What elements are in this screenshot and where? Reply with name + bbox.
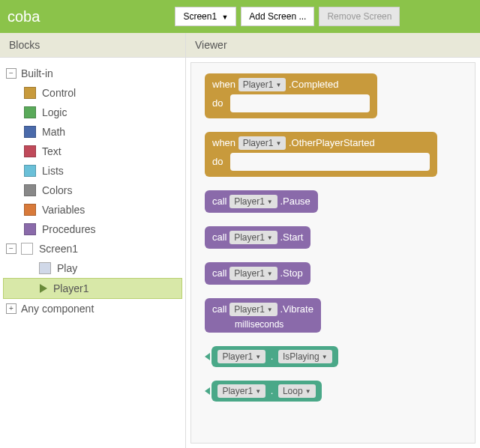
swatch-icon bbox=[24, 165, 36, 177]
blocks-panel: Blocks − Built-in Control Logic Math Tex… bbox=[0, 33, 186, 448]
swatch-icon bbox=[24, 184, 36, 196]
caret-down-icon: ▼ bbox=[267, 306, 273, 313]
swatch-icon bbox=[24, 223, 36, 235]
component-player1[interactable]: Player1 bbox=[3, 278, 182, 299]
collapse-icon[interactable]: − bbox=[6, 243, 16, 254]
caret-down-icon: ▼ bbox=[267, 199, 273, 205]
caret-down-icon: ▼ bbox=[255, 388, 261, 395]
category-text[interactable]: Text bbox=[3, 142, 182, 161]
blocks-workspace[interactable]: when Player1▼ .Completed do when Player1… bbox=[190, 62, 476, 444]
do-slot[interactable] bbox=[230, 94, 370, 112]
header-bar: coba Screen1 ▼ Add Screen ... Remove Scr… bbox=[0, 0, 480, 33]
caret-down-icon: ▼ bbox=[305, 388, 311, 395]
expand-icon[interactable]: + bbox=[6, 303, 16, 314]
caret-down-icon: ▼ bbox=[275, 140, 281, 147]
category-math[interactable]: Math bbox=[3, 122, 182, 142]
add-screen-button[interactable]: Add Screen ... bbox=[241, 7, 314, 26]
arg-label: milliseconds bbox=[235, 319, 284, 330]
target-dropdown[interactable]: Player1▼ bbox=[230, 231, 278, 244]
caret-down-icon: ▼ bbox=[267, 234, 273, 241]
play-icon bbox=[40, 284, 47, 293]
caret-down-icon: ▼ bbox=[275, 82, 281, 88]
swatch-icon bbox=[24, 145, 36, 157]
call-block-vibrate[interactable]: call Player1▼ .Vibrate milliseconds bbox=[205, 298, 467, 333]
swatch-icon bbox=[24, 126, 36, 138]
category-logic[interactable]: Logic bbox=[3, 103, 182, 122]
blocks-panel-title: Blocks bbox=[0, 33, 185, 58]
target-dropdown[interactable]: Player1▼ bbox=[218, 384, 266, 398]
do-slot[interactable] bbox=[230, 153, 430, 171]
target-dropdown[interactable]: Player1▼ bbox=[218, 350, 266, 363]
target-dropdown[interactable]: Player1▼ bbox=[238, 136, 286, 150]
caret-down-icon: ▼ bbox=[267, 270, 273, 277]
category-procedures[interactable]: Procedures bbox=[3, 220, 182, 239]
call-block-start[interactable]: call Player1▼ .Start bbox=[205, 226, 467, 249]
screen-node[interactable]: − Screen1 bbox=[3, 239, 182, 258]
swatch-icon bbox=[24, 204, 36, 216]
target-dropdown[interactable]: Player1▼ bbox=[230, 267, 278, 280]
category-variables[interactable]: Variables bbox=[3, 200, 182, 220]
call-block-pause[interactable]: call Player1▼ .Pause bbox=[205, 190, 467, 213]
caret-down-icon: ▼ bbox=[322, 354, 328, 360]
getter-block-loop[interactable]: Player1▼ . Loop▼ bbox=[205, 381, 467, 402]
caret-down-icon: ▼ bbox=[221, 13, 228, 21]
target-dropdown[interactable]: Player1▼ bbox=[230, 303, 278, 316]
event-block-completed[interactable]: when Player1▼ .Completed do bbox=[205, 73, 467, 118]
plug-icon bbox=[205, 387, 210, 395]
swatch-icon bbox=[24, 87, 36, 99]
call-block-stop[interactable]: call Player1▼ .Stop bbox=[205, 262, 467, 285]
property-dropdown[interactable]: IsPlaying▼ bbox=[278, 350, 332, 363]
category-colors[interactable]: Colors bbox=[3, 181, 182, 200]
target-dropdown[interactable]: Player1▼ bbox=[230, 195, 278, 208]
component-icon bbox=[39, 262, 51, 274]
plug-icon bbox=[205, 353, 210, 360]
category-lists[interactable]: Lists bbox=[3, 161, 182, 181]
swatch-icon bbox=[24, 106, 36, 118]
builtin-node[interactable]: − Built-in bbox=[3, 64, 182, 83]
blocks-tree: − Built-in Control Logic Math Text L bbox=[0, 58, 185, 324]
target-dropdown[interactable]: Player1▼ bbox=[238, 78, 286, 91]
main-area: Blocks − Built-in Control Logic Math Tex… bbox=[0, 33, 480, 448]
component-play[interactable]: Play bbox=[3, 258, 182, 278]
event-block-otherplayerstarted[interactable]: when Player1▼ .OtherPlayerStarted do bbox=[205, 132, 467, 177]
caret-down-icon: ▼ bbox=[255, 354, 261, 360]
category-control[interactable]: Control bbox=[3, 83, 182, 103]
remove-screen-button[interactable]: Remove Screen bbox=[319, 7, 400, 26]
viewer-panel: Viewer when Player1▼ .Completed do bbox=[186, 33, 480, 448]
property-dropdown[interactable]: Loop▼ bbox=[278, 384, 316, 398]
collapse-icon[interactable]: − bbox=[6, 68, 16, 79]
app-title: coba bbox=[8, 8, 40, 25]
viewer-panel-title: Viewer bbox=[186, 33, 480, 58]
screen-icon bbox=[21, 243, 33, 255]
any-component-node[interactable]: + Any component bbox=[3, 299, 182, 318]
getter-block-isplaying[interactable]: Player1▼ . IsPlaying▼ bbox=[205, 346, 467, 367]
screen-selector-button[interactable]: Screen1 ▼ bbox=[175, 7, 236, 26]
